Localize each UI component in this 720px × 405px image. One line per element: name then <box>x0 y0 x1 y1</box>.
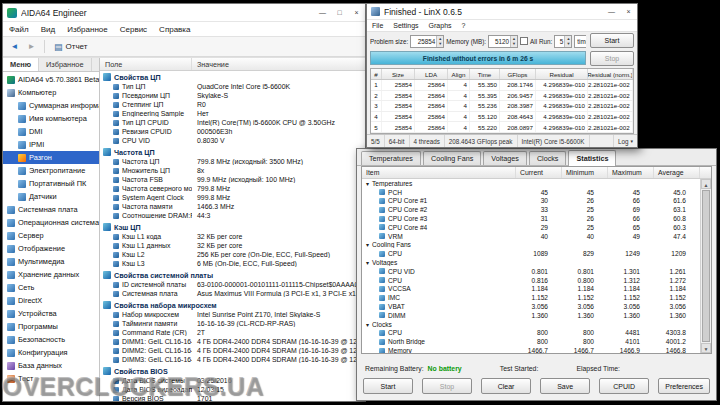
field-row[interactable]: Кэш L1 данных 32 КБ per core <box>100 241 365 250</box>
col-time[interactable]: Time <box>470 69 500 79</box>
menu-item[interactable]: Вид <box>35 25 61 34</box>
result-row[interactable]: 3 25854 25864 4 55.236 208.3987 4.296839… <box>371 101 633 112</box>
close-button[interactable]: × <box>348 4 365 21</box>
field-row[interactable]: Частота ЦП 799.8 MHz (исходный: 3500 MHz… <box>100 157 365 166</box>
tree-item[interactable]: Мультимедиа <box>3 255 99 268</box>
scroll-down-icon[interactable]: ▼ <box>701 343 711 353</box>
test-control-button[interactable]: Preferences <box>658 378 710 394</box>
field-row[interactable]: Соотношение DRAM:FSB 44:3 <box>100 211 365 220</box>
col-residual-norm[interactable]: Residual (norm.) <box>588 69 633 79</box>
field-row[interactable]: Частота северного моста 799.8 MHz <box>100 184 365 193</box>
tree-item[interactable]: Компьютер <box>3 86 99 99</box>
col-average[interactable]: Average <box>654 167 700 178</box>
field-row[interactable]: DIMM1: GeIL CL16-16-16 DDR4-2400 4 ГБ DD… <box>100 337 365 346</box>
group-collapse-icon[interactable]: ▾ <box>366 241 369 248</box>
times-dropdown[interactable]: times ▾ <box>574 35 586 48</box>
tree-item[interactable]: Конфигурация <box>3 346 99 359</box>
memory-spinner[interactable]: 5120 ▲ ▼ <box>488 35 518 48</box>
sensor-tab[interactable]: Statistics <box>568 150 616 166</box>
test-control-button[interactable]: CPUID <box>599 378 649 394</box>
stats-row[interactable]: ▾ CPU Core #3 31 26 66 60.8 <box>362 214 700 223</box>
group-collapse-icon[interactable]: ▾ <box>366 180 369 187</box>
menu-item[interactable]: Файл <box>3 25 35 34</box>
tree-item[interactable]: Сервер <box>3 229 99 242</box>
menu-item[interactable]: ? <box>457 22 471 29</box>
field-row[interactable]: ID системной платы 63-0100-000001-001011… <box>100 280 365 289</box>
field-row[interactable]: Кэш L2 256 КБ per core (On-Die, ECC, Ful… <box>100 250 365 259</box>
sidebar-tab-favorites[interactable]: Избранное <box>39 58 91 71</box>
sensor-tab[interactable]: Voltages <box>483 151 527 165</box>
field-row[interactable]: Частота FSB 99.9 MHz (исходный: 100 MHz) <box>100 175 365 184</box>
tree-item[interactable]: Безопасность <box>3 333 99 346</box>
sensor-tab[interactable]: Clocks <box>529 151 567 165</box>
tree-item[interactable]: Имя компьютера <box>3 112 99 125</box>
field-row[interactable]: Дата BIOS видеоадаптера 12/03/15 <box>100 385 365 394</box>
field-row[interactable]: Степпинг ЦП R0 <box>100 100 365 109</box>
field-row[interactable]: CPU VID 0.8030 V <box>100 136 365 145</box>
menu-item[interactable]: Settings <box>388 22 423 29</box>
result-row[interactable]: 2 25854 25864 4 55.395 206.9457 4.296839… <box>371 91 633 102</box>
stats-row[interactable]: ▾ Memory 1466.7 1466.7 1466.9 1466.8 <box>362 346 700 353</box>
stats-row[interactable]: ▾ CPU 0.816 0.800 1.312 1.272 <box>362 276 700 285</box>
field-row[interactable]: Множитель ЦП 8x <box>100 166 365 175</box>
grid-header-value[interactable]: Значение <box>192 60 365 69</box>
spinner-down-icon[interactable]: ▼ <box>511 41 517 47</box>
field-row[interactable]: Псевдоним ЦП Skylake-S <box>100 91 365 100</box>
col-gflops[interactable]: GFlops <box>500 69 536 79</box>
test-control-button[interactable]: Start <box>363 378 413 394</box>
start-button[interactable]: Start <box>590 33 634 48</box>
tree-item[interactable]: Хранение данных <box>3 268 99 281</box>
scrollbar-thumb[interactable] <box>702 190 710 342</box>
col-item[interactable]: Item <box>362 167 516 178</box>
field-row[interactable]: Частота памяти 1466.3 MHz <box>100 202 365 211</box>
linx-titlebar[interactable]: Finished - LinX 0.6.5 — × <box>367 4 637 20</box>
menu-item[interactable]: Избранное <box>61 25 114 34</box>
stats-row[interactable]: ▾ Voltages <box>362 258 700 267</box>
result-row[interactable]: 4 25854 25864 4 55.120 208.4643 4.296839… <box>371 112 633 123</box>
minimize-button[interactable]: — <box>603 4 620 19</box>
run-spinner[interactable]: 5 ▲ ▼ <box>554 35 572 48</box>
col-minimum[interactable]: Minimum <box>562 167 608 178</box>
stats-row[interactable]: ▾ DIMM 1.360 1.360 1.360 1.360 <box>362 311 700 320</box>
sensor-tab[interactable]: Cooling Fans <box>423 151 481 165</box>
field-row[interactable]: Набор микросхем Intel Sunrise Point Z170… <box>100 310 365 319</box>
field-row[interactable]: Тип ЦП CPUID Intel(R) Core(TM) i5-6600K … <box>100 118 365 127</box>
tree-item[interactable]: Отображение <box>3 242 99 255</box>
field-row[interactable]: DIMM3: GeIL CL16-16-16 DDR4-2400 4 ГБ DD… <box>100 355 365 364</box>
menu-item[interactable]: File <box>367 22 388 29</box>
field-row[interactable]: Command Rate (CR) 2T <box>100 328 365 337</box>
stats-row[interactable]: ▾ CPU Core #4 29 25 65 60.3 <box>362 223 700 232</box>
tree-item[interactable]: Сеть <box>3 281 99 294</box>
minimize-button[interactable]: — <box>314 4 331 21</box>
col-current[interactable]: Current <box>516 167 562 178</box>
tree-item[interactable]: DMI <box>3 125 99 138</box>
stats-row[interactable]: ▾ Cooling Fans <box>362 241 700 250</box>
stats-row[interactable]: ▾ CPU 1089 829 1249 1209 <box>362 249 700 258</box>
field-row[interactable]: Тип ЦП QuadCore Intel Core i5-6600K <box>100 82 365 91</box>
result-row[interactable]: 1 25854 25864 4 55.350 208.1746 4.296839… <box>371 80 633 91</box>
log-button[interactable]: Log ▾ <box>613 135 637 147</box>
stats-row[interactable]: ▾ CPU VID 0.801 0.801 1.301 1.261 <box>362 267 700 276</box>
tree-item[interactable]: База данных <box>3 359 99 372</box>
all-checkbox[interactable] <box>520 37 528 45</box>
field-row[interactable]: Ревизия CPUID 000506E3h <box>100 127 365 136</box>
problem-size-spinner[interactable]: 25854 ▲ ▼ <box>410 35 444 48</box>
stats-row[interactable]: ▾ IMC 1.152 1.152 1.152 1.152 <box>362 293 700 302</box>
col-align[interactable]: Align <box>448 69 470 79</box>
stats-row[interactable]: ▾ North Bridge 800 800 4101 4001.2 <box>362 337 700 346</box>
stats-row[interactable]: ▾ Clocks <box>362 320 700 329</box>
tree-item[interactable]: Тест <box>3 372 99 385</box>
stats-row[interactable]: ▾ PCH 45 45 45 45.0 <box>362 188 700 197</box>
report-button[interactable]: ▤ Отчет <box>50 39 91 55</box>
col-number[interactable]: # <box>371 69 382 79</box>
group-collapse-icon[interactable]: ▾ <box>366 259 369 266</box>
field-row[interactable]: Кэш L1 кода 32 КБ per core <box>100 232 365 241</box>
group-collapse-icon[interactable]: ▾ <box>366 321 369 328</box>
test-control-button[interactable]: Clear <box>481 378 531 394</box>
scroll-up-icon[interactable]: ▲ <box>701 179 711 189</box>
tree-item[interactable]: Разгон <box>3 151 99 164</box>
stats-row[interactable]: ▾ Temperatures <box>362 179 700 188</box>
col-lda[interactable]: LDA <box>415 69 448 79</box>
sidebar-tab-menu[interactable]: Меню <box>3 58 39 71</box>
field-row[interactable]: Дата BIOS системы 03/25/2016 <box>100 376 365 385</box>
